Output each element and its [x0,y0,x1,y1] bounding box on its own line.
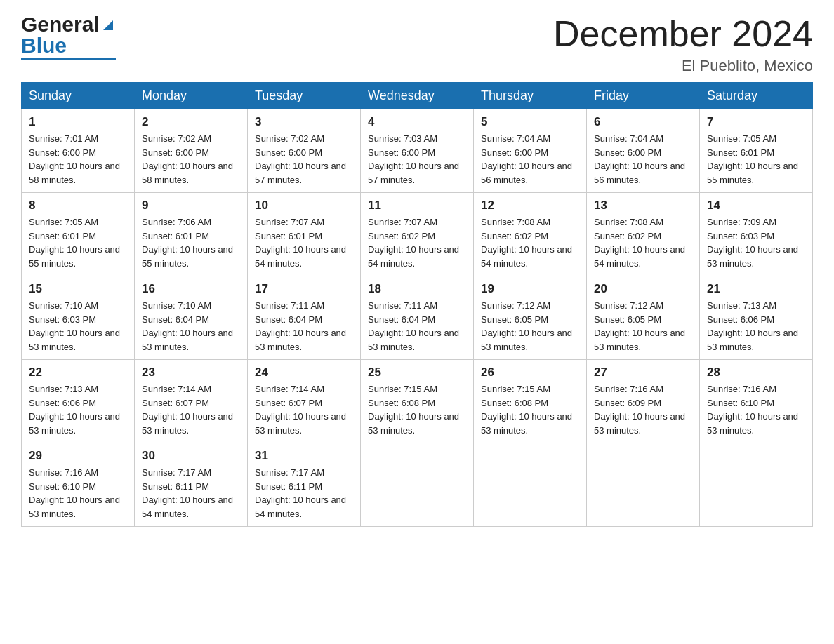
daylight-label: Daylight: 10 hours and 53 minutes. [707,244,798,269]
calendar-week-1: 1 Sunrise: 7:01 AM Sunset: 6:00 PM Dayli… [22,109,813,193]
daylight-label: Daylight: 10 hours and 57 minutes. [368,161,459,185]
daylight-label: Daylight: 10 hours and 54 minutes. [255,244,346,269]
day-number: 31 [255,449,353,463]
daylight-label: Daylight: 10 hours and 54 minutes. [142,495,233,519]
calendar-cell [474,443,587,527]
sunrise-label: Sunrise: 7:14 AM [142,384,211,394]
day-number: 17 [255,282,353,296]
logo-blue-text: Blue [21,35,67,56]
calendar-cell: 10 Sunrise: 7:07 AM Sunset: 6:01 PM Dayl… [248,193,361,276]
daylight-label: Daylight: 10 hours and 58 minutes. [29,161,120,185]
day-info: Sunrise: 7:17 AM Sunset: 6:11 PM Dayligh… [255,466,353,521]
sunrise-label: Sunrise: 7:17 AM [142,467,211,478]
calendar-header-thursday: Thursday [474,83,587,109]
daylight-label: Daylight: 10 hours and 56 minutes. [481,161,572,185]
sunrise-label: Sunrise: 7:17 AM [255,467,324,478]
daylight-label: Daylight: 10 hours and 57 minutes. [255,161,346,185]
sunrise-label: Sunrise: 7:12 AM [594,300,663,311]
daylight-label: Daylight: 10 hours and 54 minutes. [481,244,572,269]
sunset-label: Sunset: 6:01 PM [707,147,774,158]
calendar-cell: 11 Sunrise: 7:07 AM Sunset: 6:02 PM Dayl… [361,193,474,276]
location-text: El Pueblito, Mexico [553,57,813,75]
logo: General Blue [21,14,116,60]
day-info: Sunrise: 7:04 AM Sunset: 6:00 PM Dayligh… [481,132,579,187]
sunrise-label: Sunrise: 7:13 AM [707,300,776,311]
daylight-label: Daylight: 10 hours and 53 minutes. [142,328,233,352]
day-number: 12 [481,199,579,213]
day-number: 11 [368,199,466,213]
sunset-label: Sunset: 6:08 PM [368,398,435,408]
sunset-label: Sunset: 6:08 PM [481,398,548,408]
calendar-week-2: 8 Sunrise: 7:05 AM Sunset: 6:01 PM Dayli… [22,193,813,276]
sunset-label: Sunset: 6:09 PM [594,398,661,408]
calendar-week-4: 22 Sunrise: 7:13 AM Sunset: 6:06 PM Dayl… [22,360,813,443]
sunset-label: Sunset: 6:07 PM [142,398,209,408]
sunrise-label: Sunrise: 7:02 AM [142,133,211,144]
sunset-label: Sunset: 6:06 PM [707,314,774,325]
day-info: Sunrise: 7:16 AM Sunset: 6:10 PM Dayligh… [707,382,805,437]
calendar-week-3: 15 Sunrise: 7:10 AM Sunset: 6:03 PM Dayl… [22,276,813,360]
sunrise-label: Sunrise: 7:02 AM [255,133,324,144]
day-info: Sunrise: 7:17 AM Sunset: 6:11 PM Dayligh… [142,466,240,521]
calendar-cell: 9 Sunrise: 7:06 AM Sunset: 6:01 PM Dayli… [135,193,248,276]
calendar-cell: 5 Sunrise: 7:04 AM Sunset: 6:00 PM Dayli… [474,109,587,193]
logo-general-text: General [21,14,100,35]
page-header: General Blue December 2024 El Pueblito, … [21,14,813,75]
sunrise-label: Sunrise: 7:11 AM [368,300,437,311]
sunrise-label: Sunrise: 7:01 AM [29,133,98,144]
sunrise-label: Sunrise: 7:10 AM [29,300,98,311]
daylight-label: Daylight: 10 hours and 53 minutes. [594,411,685,436]
day-number: 1 [29,115,127,129]
calendar-cell: 7 Sunrise: 7:05 AM Sunset: 6:01 PM Dayli… [700,109,813,193]
day-info: Sunrise: 7:10 AM Sunset: 6:03 PM Dayligh… [29,299,127,354]
daylight-label: Daylight: 10 hours and 55 minutes. [29,244,120,269]
day-number: 24 [255,365,353,380]
day-number: 3 [255,115,353,129]
calendar-cell [587,443,700,527]
sunrise-label: Sunrise: 7:16 AM [707,384,776,394]
sunrise-label: Sunrise: 7:05 AM [707,133,776,144]
sunset-label: Sunset: 6:04 PM [368,314,435,325]
sunset-label: Sunset: 6:10 PM [29,481,96,492]
calendar-cell: 2 Sunrise: 7:02 AM Sunset: 6:00 PM Dayli… [135,109,248,193]
calendar-header-monday: Monday [135,83,248,109]
sunrise-label: Sunrise: 7:15 AM [481,384,550,394]
sunset-label: Sunset: 6:04 PM [255,314,322,325]
daylight-label: Daylight: 10 hours and 53 minutes. [29,328,120,352]
day-info: Sunrise: 7:03 AM Sunset: 6:00 PM Dayligh… [368,132,466,187]
sunrise-label: Sunrise: 7:16 AM [29,467,98,478]
calendar-cell: 31 Sunrise: 7:17 AM Sunset: 6:11 PM Dayl… [248,443,361,527]
day-number: 21 [707,282,805,296]
day-info: Sunrise: 7:13 AM Sunset: 6:06 PM Dayligh… [29,382,127,437]
sunset-label: Sunset: 6:01 PM [29,231,96,241]
calendar-cell: 21 Sunrise: 7:13 AM Sunset: 6:06 PM Dayl… [700,276,813,360]
sunrise-label: Sunrise: 7:08 AM [481,217,550,227]
day-info: Sunrise: 7:16 AM Sunset: 6:09 PM Dayligh… [594,382,692,437]
calendar-cell: 29 Sunrise: 7:16 AM Sunset: 6:10 PM Dayl… [22,443,135,527]
daylight-label: Daylight: 10 hours and 53 minutes. [594,328,685,352]
calendar-cell: 13 Sunrise: 7:08 AM Sunset: 6:02 PM Dayl… [587,193,700,276]
daylight-label: Daylight: 10 hours and 54 minutes. [368,244,459,269]
day-number: 30 [142,449,240,463]
day-info: Sunrise: 7:04 AM Sunset: 6:00 PM Dayligh… [594,132,692,187]
calendar-cell: 20 Sunrise: 7:12 AM Sunset: 6:05 PM Dayl… [587,276,700,360]
calendar-header-sunday: Sunday [22,83,135,109]
day-info: Sunrise: 7:11 AM Sunset: 6:04 PM Dayligh… [255,299,353,354]
day-info: Sunrise: 7:15 AM Sunset: 6:08 PM Dayligh… [481,382,579,437]
sunset-label: Sunset: 6:02 PM [481,231,548,241]
sunrise-label: Sunrise: 7:13 AM [29,384,98,394]
day-number: 23 [142,365,240,380]
daylight-label: Daylight: 10 hours and 53 minutes. [255,411,346,436]
calendar-table: SundayMondayTuesdayWednesdayThursdayFrid… [21,82,813,527]
calendar-cell: 22 Sunrise: 7:13 AM Sunset: 6:06 PM Dayl… [22,360,135,443]
daylight-label: Daylight: 10 hours and 56 minutes. [594,161,685,185]
logo-underline [21,58,116,60]
day-info: Sunrise: 7:12 AM Sunset: 6:05 PM Dayligh… [594,299,692,354]
daylight-label: Daylight: 10 hours and 53 minutes. [255,328,346,352]
sunrise-label: Sunrise: 7:07 AM [255,217,324,227]
daylight-label: Daylight: 10 hours and 53 minutes. [368,328,459,352]
sunset-label: Sunset: 6:10 PM [707,398,774,408]
calendar-cell: 17 Sunrise: 7:11 AM Sunset: 6:04 PM Dayl… [248,276,361,360]
calendar-cell: 23 Sunrise: 7:14 AM Sunset: 6:07 PM Dayl… [135,360,248,443]
sunset-label: Sunset: 6:03 PM [707,231,774,241]
